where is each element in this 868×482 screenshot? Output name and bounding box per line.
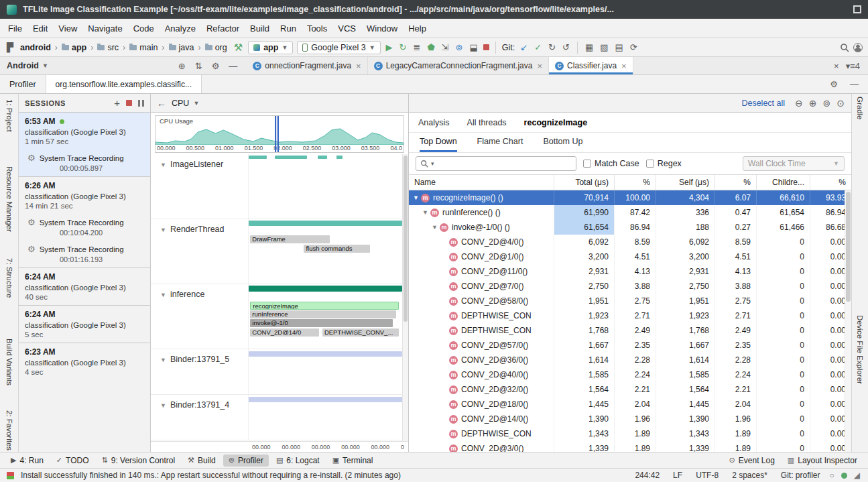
table-row-1[interactable]: ▼mrunInference() ()61,99087.423360.4761,… — [409, 205, 851, 220]
menu-item-analyze[interactable]: Analyze — [160, 21, 201, 36]
trace-span[interactable]: CONV_2D@14/0 — [250, 328, 319, 337]
notification-bell-icon[interactable]: ○ — [828, 471, 836, 480]
profile-avatar-icon[interactable] — [853, 43, 863, 52]
checkbox-icon[interactable] — [583, 160, 591, 168]
caret-position[interactable]: 244:42 — [629, 471, 665, 480]
toolwindow-button-todo[interactable]: ✓TODO — [51, 455, 95, 467]
thread-row-imagelistener[interactable]: ▼ ImageListener — [151, 154, 402, 219]
cpu-usage-chart[interactable]: CPU Usage 00.00000.50001.00001.50002.000… — [155, 115, 404, 153]
subtab-bottom-up[interactable]: Bottom Up — [543, 133, 582, 152]
table-row-17[interactable]: ▼mCONV_2D@3/0()1,3391.891,3391.8900.00 — [409, 441, 851, 452]
table-row-11[interactable]: ▼mCONV_2D@36/0()1,6142.281,6142.2800.00 — [409, 353, 851, 367]
breadcrumb-item-org[interactable]: org — [204, 42, 229, 53]
sdk-manager-icon[interactable]: ▤ — [613, 42, 624, 52]
table-row-15[interactable]: ▼mCONV_2D@14/0()1,3901.961,3901.9600.00 — [409, 412, 851, 426]
resize-grip-icon[interactable]: ◢ — [853, 471, 861, 480]
line-ending[interactable]: LF — [668, 471, 688, 480]
subtab-top-down[interactable]: Top Down — [420, 133, 457, 152]
analysis-tab-all-threads[interactable]: All threads — [467, 118, 507, 127]
zoom-to-selection-icon[interactable]: ⊙ — [836, 98, 845, 109]
status-message[interactable]: Install successfully finished in 140 ms.… — [21, 471, 627, 480]
table-row-2[interactable]: ▼minvoke@-1/0() ()61,65486.941880.2761,4… — [409, 220, 851, 235]
breadcrumb-item-android[interactable]: android — [19, 42, 52, 53]
menu-item-edit[interactable]: Edit — [27, 21, 53, 36]
thread-row-inference[interactable]: ▼ inference recognizeImage runInference … — [151, 284, 402, 349]
analysis-tab-recognizeimage[interactable]: recognizeImage — [524, 118, 587, 127]
column-header-0[interactable]: Name — [409, 175, 554, 190]
profiler-tab[interactable]: Profiler — [0, 75, 46, 93]
project-view-selector[interactable]: Android ▼ — [0, 57, 55, 74]
column-header-3[interactable]: Self (μs) — [656, 175, 715, 190]
collapse-arrow-icon[interactable]: ▼ — [160, 227, 166, 233]
table-row-9[interactable]: ▼mDEPTHWISE_CON1,7682.491,7682.4900.00 — [409, 323, 851, 338]
menu-item-window[interactable]: Window — [361, 21, 403, 36]
breadcrumb-item-src[interactable]: src — [96, 42, 120, 53]
back-arrow-icon[interactable]: ← — [157, 98, 166, 109]
scrollbar-thumb[interactable] — [404, 156, 408, 322]
toolwindow-button-logcat[interactable]: ▤6: Logcat — [271, 455, 325, 467]
breadcrumb-item-java[interactable]: java — [168, 42, 196, 53]
maximize-button[interactable] — [853, 5, 861, 13]
thread-track[interactable] — [248, 349, 402, 394]
trace-span[interactable]: recognizeImage — [250, 302, 399, 310]
indent-setting[interactable]: 2 spaces* — [727, 471, 773, 480]
track-selector[interactable]: CPU ▼ — [172, 99, 199, 108]
collapse-arrow-icon[interactable]: ▼ — [160, 162, 166, 168]
table-row-3[interactable]: ▼mCONV_2D@4/0()6,0928.596,0928.5900.00 — [409, 235, 851, 249]
trace-span[interactable]: DEPTHWISE_CONV_... — [322, 328, 399, 337]
session-item-0[interactable]: 6:53 AMclassification (Google Pixel 3)1 … — [19, 113, 150, 149]
menu-item-vcs[interactable]: VCS — [332, 21, 361, 36]
thread-row-renderthread[interactable]: ▼ RenderThread DrawFrame flush commands — [151, 219, 402, 284]
table-scrollbar[interactable] — [845, 190, 851, 452]
trace-span[interactable]: runInference — [250, 310, 396, 318]
trace-span[interactable]: DrawFrame — [250, 235, 330, 243]
thread-track[interactable] — [248, 154, 402, 219]
locate-file-icon[interactable]: ⊕ — [177, 61, 187, 71]
hidden-tabs-icon[interactable]: ▾≡4 — [845, 61, 861, 71]
reset-zoom-icon[interactable]: ⊚ — [823, 98, 831, 109]
menu-item-run[interactable]: Run — [275, 21, 302, 36]
collapse-arrow-icon[interactable]: ▼ — [160, 292, 166, 298]
match-case-checkbox[interactable]: Match Case — [583, 159, 639, 168]
zoom-in-icon[interactable]: ⊕ — [809, 98, 817, 109]
git-commit-icon[interactable]: ✓ — [533, 42, 543, 52]
table-row-12[interactable]: ▼mCONV_2D@40/0()1,5852.241,5852.2400.00 — [409, 367, 851, 382]
session-item-2[interactable]: 6:24 AMclassification (Google Pixel 3)40… — [19, 267, 150, 305]
editor-tab-3[interactable]: CClassifier.java× — [549, 57, 633, 74]
close-icon[interactable]: × — [537, 61, 542, 71]
expand-arrow-icon[interactable]: ▼ — [422, 209, 430, 216]
sync-gradle-icon[interactable]: ⟳ — [629, 42, 639, 52]
git-history-icon[interactable]: ↻ — [547, 42, 557, 52]
search-history-chevron-icon[interactable]: ▾ — [431, 160, 434, 167]
toolwindow-button-build[interactable]: ⚒Build — [182, 455, 221, 467]
scrollbar-thumb[interactable] — [846, 192, 851, 302]
search-everywhere-icon[interactable] — [840, 43, 849, 52]
column-header-4[interactable]: % — [715, 175, 756, 190]
hide-panel-icon[interactable]: — — [849, 79, 860, 89]
table-row-16[interactable]: ▼mDEPTHWISE_CON1,3431.891,3431.8900.00 — [409, 426, 851, 441]
trace-span[interactable]: flush commands — [304, 245, 369, 253]
menu-item-file[interactable]: File — [3, 21, 27, 36]
table-row-0[interactable]: ▼mrecognizeImage() ()70,914100.004,3046.… — [409, 190, 851, 205]
editor-tab-2[interactable]: CLegacyCameraConnectionFragment.java× — [368, 57, 549, 74]
clock-type-dropdown[interactable]: Wall Clock Time ▼ — [743, 156, 845, 171]
toolwindow-button-layout-inspector[interactable]: ▥Layout Inspector — [782, 455, 863, 467]
search-input[interactable] — [437, 159, 572, 168]
column-header-5[interactable]: Childre... — [756, 175, 810, 190]
menu-item-navigate[interactable]: Navigate — [82, 21, 127, 36]
collapse-arrow-icon[interactable]: ▼ — [160, 357, 166, 363]
session-item-4[interactable]: 6:23 AMclassification (Google Pixel 3)4 … — [19, 343, 150, 380]
session-item-1[interactable]: 6:26 AMclassification (Google Pixel 3)14… — [19, 176, 150, 214]
breadcrumb-item-main[interactable]: main — [128, 42, 159, 53]
stop-button-icon[interactable] — [483, 44, 489, 50]
run-configurations-icon[interactable]: ≣ — [412, 42, 422, 52]
menu-item-build[interactable]: Build — [245, 21, 275, 36]
table-row-5[interactable]: ▼mCONV_2D@11/0()2,9314.132,9314.1300.00 — [409, 264, 851, 279]
analysis-tab-analysis[interactable]: Analysis — [418, 118, 450, 127]
thread-row-binder5[interactable]: ▼ Binder:13791_5 — [151, 349, 402, 395]
close-icon[interactable]: × — [356, 61, 361, 71]
profiler-session-tab[interactable]: org.tensorflow.lite.examples.classific..… — [46, 75, 202, 93]
session-item-3[interactable]: 6:24 AMclassification (Google Pixel 3)5 … — [19, 305, 150, 343]
thread-track[interactable] — [248, 395, 402, 440]
settings-gear-icon[interactable]: ⚙ — [828, 79, 839, 89]
